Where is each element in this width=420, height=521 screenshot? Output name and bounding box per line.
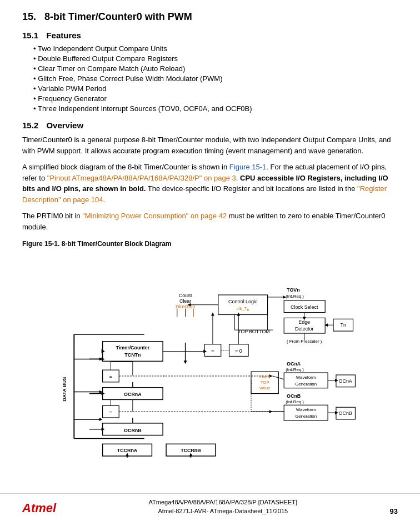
- svg-text:Clear: Clear: [179, 298, 191, 304]
- svg-marker-112: [189, 453, 193, 457]
- figure-label: Figure 15-1.: [22, 240, 59, 248]
- svg-marker-99: [335, 411, 338, 414]
- svg-marker-124: [102, 428, 105, 431]
- subsection1-number: 15.1: [22, 31, 38, 40]
- subsection2-heading: Overview: [46, 121, 83, 130]
- svg-text:(Int.Req.): (Int.Req.): [286, 399, 304, 404]
- overview-p2-end: The device-specific I/O Register and bit…: [146, 184, 357, 193]
- power-link[interactable]: "Minimizing Power Consumption" on page 4…: [82, 212, 227, 220]
- overview-p2-period: .: [103, 196, 106, 204]
- overview-paragraph-1: Timer/Counter0 is a general purpose 8-bi…: [22, 134, 398, 156]
- svg-text:(Int.Req.): (Int.Req.): [286, 367, 304, 372]
- pinout-link[interactable]: "Pinout ATmega48A/PA/88A/PA/168A/PA/328/…: [47, 174, 236, 182]
- svg-text:TCCRnB: TCCRnB: [181, 448, 201, 453]
- svg-text:TOP: TOP: [238, 329, 248, 334]
- svg-marker-46: [102, 349, 105, 354]
- svg-text:=: =: [109, 409, 113, 415]
- svg-marker-108: [126, 453, 129, 457]
- svg-text:OCnA: OCnA: [339, 378, 352, 384]
- brand-logo: Atmel: [22, 501, 56, 515]
- svg-text:Value: Value: [259, 385, 271, 390]
- page-content: 15. 8-bit Timer/Counter0 with PWM 15.1 F…: [22, 11, 398, 491]
- svg-marker-48: [203, 350, 207, 353]
- svg-text:TCNTn: TCNTn: [124, 352, 141, 358]
- overview-p2-prefix: A simplified block diagram of the 8-bit …: [22, 163, 229, 171]
- svg-text:Direction: Direction: [176, 304, 195, 309]
- svg-text:= 0: = 0: [235, 348, 242, 354]
- overview-paragraph-3: The PRTIM0 bit in "Minimizing Power Cons…: [22, 211, 398, 232]
- svg-text:OCnB: OCnB: [287, 393, 301, 399]
- svg-rect-16: [218, 295, 268, 315]
- svg-marker-120: [102, 357, 105, 360]
- svg-text:Fixed: Fixed: [259, 374, 270, 379]
- svg-text:Count: Count: [179, 293, 192, 298]
- footer-center: ATmega48A/PA/88A/PA/168A/PA/328/P [DATAS…: [149, 498, 298, 515]
- subsection2-title: 15.2 Overview: [22, 121, 398, 130]
- svg-text:OCnA: OCnA: [287, 361, 301, 367]
- svg-marker-59: [184, 360, 187, 364]
- svg-text:clk_Tn: clk_Tn: [237, 306, 249, 312]
- svg-text:DATA BUS: DATA BUS: [62, 377, 67, 401]
- list-item: Double Buffered Output Compare Registers: [33, 54, 398, 63]
- svg-marker-122: [102, 392, 105, 395]
- svg-text:Generation: Generation: [295, 414, 317, 419]
- svg-marker-55: [211, 313, 214, 316]
- svg-text:OCnB: OCnB: [339, 410, 352, 416]
- section-number: 15.: [22, 11, 36, 23]
- svg-text:OCRnB: OCRnB: [124, 428, 142, 433]
- footer: Atmel ATmega48A/PA/88A/PA/168A/PA/328/P …: [0, 493, 420, 521]
- svg-text:Edge: Edge: [298, 319, 310, 325]
- list-item: Glitch Free, Phase Correct Pulse Width M…: [33, 74, 398, 83]
- svg-text:=: =: [211, 348, 214, 354]
- doc-subtitle: Atmel-8271J-AVR- ATmega-Datasheet_11/201…: [149, 507, 298, 515]
- doc-title: ATmega48A/PA/88A/PA/168A/PA/328/P [DATAS…: [149, 498, 298, 507]
- page-number: 93: [390, 507, 398, 515]
- svg-text:=: =: [109, 373, 113, 379]
- svg-text:BOTTOM: BOTTOM: [249, 329, 270, 334]
- list-item: Clear Timer on Compare Match (Auto Reloa…: [33, 64, 398, 73]
- figure-caption: Figure 15-1. 8-bit Timer/Counter Block D…: [22, 240, 398, 248]
- list-item: Two Independent Output Compare Units: [33, 44, 398, 53]
- section-title: 15. 8-bit Timer/Counter0 with PWM: [22, 11, 398, 23]
- svg-text:Clock Select: Clock Select: [291, 304, 318, 310]
- figure-link[interactable]: Figure 15-1: [229, 163, 266, 171]
- figure-title: 8-bit Timer/Counter Block Diagram: [62, 240, 172, 248]
- svg-text:Detector: Detector: [295, 326, 314, 332]
- list-item: Three Independent Interrupt Sources (TOV…: [33, 104, 398, 113]
- section-heading: 8-bit Timer/Counter0 with PWM: [44, 11, 192, 22]
- svg-text:TCCRnA: TCCRnA: [117, 448, 138, 453]
- list-item: Variable PWM Period: [33, 84, 398, 93]
- svg-text:Generation: Generation: [295, 382, 317, 387]
- svg-text:Waveform: Waveform: [296, 375, 316, 380]
- svg-text:TOVn: TOVn: [287, 287, 300, 293]
- svg-marker-9: [99, 418, 103, 421]
- features-list: Two Independent Output Compare Units Dou…: [22, 44, 398, 113]
- svg-text:Timer/Counter: Timer/Counter: [116, 345, 150, 350]
- subsection1-title: 15.1 Features: [22, 31, 398, 40]
- subsection2-number: 15.2: [22, 121, 38, 130]
- svg-text:Waveform: Waveform: [296, 407, 316, 412]
- overview-p3-prefix: The PRTIM0 bit in: [22, 212, 82, 220]
- svg-text:OCRnA: OCRnA: [124, 392, 142, 397]
- subsection1-heading: Features: [46, 31, 81, 40]
- svg-marker-82: [335, 379, 338, 382]
- block-diagram: DATA BUS Count Clear Direction Control L: [54, 252, 366, 458]
- overview-p2-mid2: .: [236, 174, 240, 182]
- svg-marker-56: [237, 313, 240, 316]
- svg-text:Tn: Tn: [341, 322, 346, 328]
- list-item: Frequency Generator: [33, 94, 398, 103]
- svg-text:TOP: TOP: [261, 380, 269, 385]
- svg-text:Control Logic: Control Logic: [228, 299, 258, 304]
- svg-text:(Int.Req.): (Int.Req.): [286, 294, 304, 299]
- overview-paragraph-2: A simplified block diagram of the 8-bit …: [22, 162, 398, 205]
